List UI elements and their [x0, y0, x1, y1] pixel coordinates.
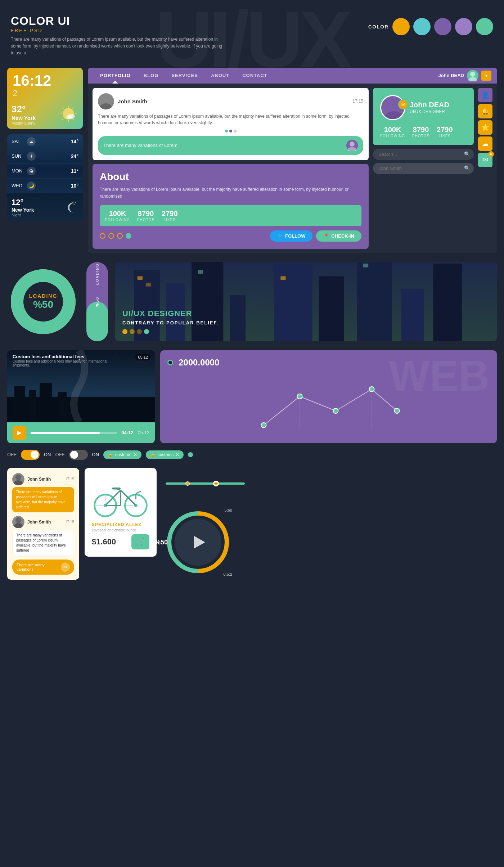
message-column: John Smith 17:15 There are many variatio… — [93, 88, 369, 249]
stat-likes-label: LIKES — [162, 218, 178, 222]
video-thumbnail: Custom fees and additional fees Custom f… — [7, 350, 155, 422]
svg-point-34 — [115, 354, 116, 354]
color-swatch-green[interactable] — [476, 18, 493, 35]
nav-item-about[interactable]: ABOUT — [204, 68, 236, 84]
row-1: 16:12 2 32° New York Mostly Sunny — [0, 64, 504, 257]
weather-forecast-item: SUN ☀ 24° — [7, 149, 83, 164]
color-swatch-yellow[interactable] — [392, 18, 410, 35]
svg-point-3 — [75, 202, 76, 203]
banner-dot-1[interactable] — [122, 329, 127, 334]
slider-thumb-1[interactable] — [185, 481, 190, 486]
weather-forecast-item: SAT ☁ 14° — [7, 134, 83, 149]
color-swatch-purple[interactable] — [434, 18, 451, 35]
color-swatch-cyan[interactable] — [413, 18, 431, 35]
circular-percent: %50 — [155, 538, 168, 546]
about-title: About — [100, 171, 361, 183]
tag-close-1[interactable]: ✕ — [134, 452, 137, 457]
toggle-1[interactable] — [21, 450, 40, 460]
svg-rect-40 — [58, 392, 67, 422]
circular-progress: 5:60 0:5:2 %50 — [162, 506, 234, 578]
sidebar-bell-icon[interactable]: 🔔 — [478, 104, 492, 118]
nav-item-portfolio[interactable]: PORTFOLIO — [94, 68, 137, 84]
weather-widget-night: SAT ☁ 14° SUN ☀ 24° MON 🌤 11° WED 🌙 10° … — [7, 134, 83, 221]
stat-likes-value: 2790 — [162, 210, 178, 218]
message-timestamp: 17:15 — [352, 99, 363, 104]
sidebar-cloud-icon[interactable]: ☁ — [478, 136, 492, 151]
profile-photos-label: PHOTOS — [412, 134, 429, 138]
profile-following-label: FOLLOWING — [380, 134, 405, 138]
indicator-2[interactable] — [108, 233, 114, 239]
banner-subtitle: CONTRARY TO POPULAR BELIEF. — [122, 320, 219, 325]
svg-point-45 — [395, 408, 400, 413]
forecast-day: SAT — [12, 139, 24, 144]
chat-send-btn[interactable]: ✉ — [61, 562, 70, 572]
weather-temp: 32° — [12, 104, 36, 115]
nav-item-blog[interactable]: BLOG — [137, 68, 165, 84]
svg-rect-29 — [363, 264, 368, 268]
svg-point-43 — [333, 408, 338, 413]
search-input-1[interactable] — [373, 149, 474, 160]
nav-item-contact[interactable]: CONTACT — [236, 68, 274, 84]
vertical-loading-label: %50 — [95, 297, 99, 307]
forecast-icon: 🌙 — [27, 181, 36, 190]
svg-point-11 — [388, 100, 400, 111]
nav-menu-icon[interactable]: ▼ — [481, 71, 491, 81]
video-controls: ▶ 04:12 05:12 — [7, 422, 155, 443]
profile-info: John DEAD UI/UX DESIGNER — [410, 101, 449, 114]
banner-dot-4[interactable] — [144, 329, 149, 334]
chat-input[interactable]: There are many variations ✉ — [12, 560, 74, 575]
forecast-day: WED — [12, 183, 24, 188]
weather-city-condition: Night — [12, 213, 34, 217]
sidebar-mail-icon[interactable]: ✉ 6 — [478, 153, 492, 167]
progress-fill — [31, 432, 100, 434]
toggle-2[interactable] — [69, 450, 88, 460]
search-1-container: 🔍 — [373, 149, 474, 160]
weather-forecast-item: WED 🌙 10° — [7, 179, 83, 193]
play-button[interactable]: ▶ — [13, 426, 26, 440]
sidebar-icons: 👤 🔔 ⭐ ☁ ✉ 6 — [478, 88, 492, 249]
dot-3 — [234, 130, 237, 132]
indicator-4[interactable] — [126, 233, 131, 239]
sidebar-user-icon[interactable]: 👤 — [478, 88, 492, 102]
tag-close-2[interactable]: ✕ — [176, 452, 179, 457]
nav-item-services[interactable]: SERVICES — [165, 68, 204, 84]
chat-time-2: 17:15 — [65, 520, 74, 524]
weather-city: New York — [12, 115, 36, 121]
forecast-temp: 11° — [71, 168, 78, 174]
banner-text-overlay: UI/UX DESIGNER CONTRARY TO POPULAR BELIE… — [122, 309, 219, 334]
reply-placeholder: There are many variations of Lorem — [103, 143, 177, 148]
svg-rect-23 — [401, 289, 424, 341]
pie-chart-labels: LOADING %50 — [7, 266, 79, 338]
svg-rect-37 — [14, 386, 25, 422]
tag-badge-1[interactable]: 🔒 customs ✕ — [103, 450, 141, 459]
header-section: UI/UX COLOR UI FREE PSD There are many v… — [0, 0, 504, 64]
svg-line-60 — [136, 491, 141, 494]
toggle-on-label-1: ON — [44, 452, 51, 457]
dot-1 — [225, 130, 228, 132]
slider-track[interactable] — [166, 482, 245, 485]
banner-dot-2[interactable] — [130, 329, 135, 334]
svg-line-56 — [105, 490, 121, 505]
tag-badge-2[interactable]: 🔒 customs ✕ — [146, 450, 184, 459]
search-input-2[interactable] — [373, 163, 474, 174]
progress-bar[interactable] — [31, 432, 117, 434]
message-reply-bar[interactable]: There are many variations of Lorem — [98, 136, 363, 155]
color-swatch-lavender[interactable] — [455, 18, 472, 35]
svg-point-41 — [261, 423, 266, 428]
search-icon-2: 🔍 — [464, 165, 470, 171]
weather-night-city: 12° New York Night — [7, 193, 83, 221]
stat-following-label: FOLLOWING — [105, 218, 130, 222]
checkin-button[interactable]: 📍 CHECK-IN — [316, 230, 361, 242]
indicator-3[interactable] — [117, 233, 123, 239]
product-price-row: $1.600 🛒 — [92, 534, 149, 549]
banner-title: UI/UX DESIGNER — [122, 309, 219, 318]
indicator-1[interactable] — [100, 233, 105, 239]
add-to-cart-button[interactable]: 🛒 — [131, 534, 149, 549]
slider-thumb-2[interactable] — [213, 481, 219, 486]
chat-avatar-1 — [12, 473, 24, 485]
chat-msg-1: John Smith 17:15 There are many variatio… — [12, 473, 74, 512]
banner-dot-3[interactable] — [137, 329, 142, 334]
follow-button[interactable]: 🐦 FOLLOW — [270, 230, 312, 242]
circular-progress-svg — [162, 506, 234, 578]
sidebar-star-icon[interactable]: ⭐ — [478, 120, 492, 135]
